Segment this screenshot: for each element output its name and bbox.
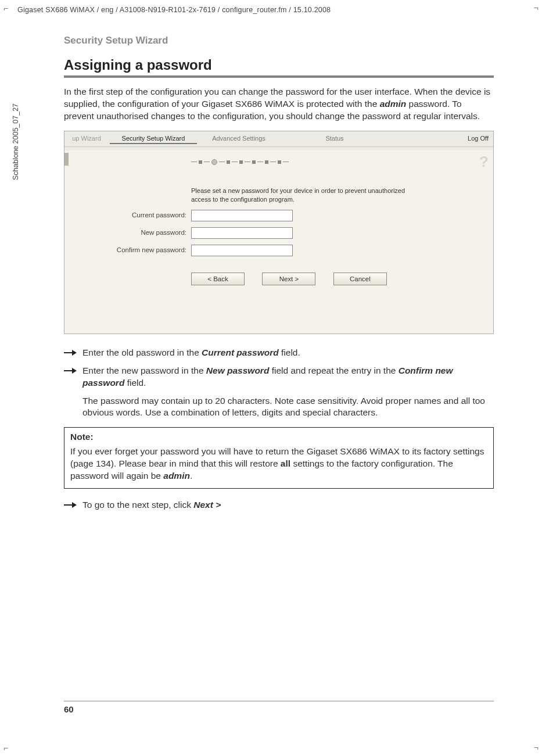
- current-password-row: Current password:: [64, 210, 493, 223]
- logoff-link[interactable]: Log Off: [468, 135, 489, 142]
- password-guidance: The password may contain up to 20 charac…: [64, 395, 494, 420]
- help-icon[interactable]: ?: [479, 153, 489, 171]
- crop-mark: ⌐: [3, 743, 8, 753]
- new-password-input[interactable]: [191, 227, 293, 239]
- crop-mark: ¬: [534, 743, 539, 753]
- step-item: Enter the new password in the New passwo…: [64, 365, 494, 389]
- confirm-password-row: Confirm new password:: [64, 245, 493, 257]
- confirm-password-label: Confirm new password:: [70, 246, 186, 253]
- arrow-icon: [64, 349, 77, 356]
- template-side-label: Schablone 2005_07_27: [12, 103, 20, 180]
- router-ui-screenshot: up Wizard Security Setup Wizard Advanced…: [64, 131, 494, 334]
- tab-advanced-settings[interactable]: Advanced Settings: [204, 135, 274, 142]
- button-row: < Back Next > Cancel: [191, 273, 402, 285]
- new-password-label: New password:: [70, 229, 186, 236]
- confirm-password-input[interactable]: [191, 245, 293, 256]
- note-bold: all: [281, 458, 290, 468]
- intro-admin-word: admin: [380, 99, 407, 109]
- tab-rule: [64, 146, 493, 147]
- next-button[interactable]: Next >: [262, 273, 315, 285]
- step-item: To go to the next step, click Next >: [64, 499, 494, 511]
- arrow-icon: [64, 367, 77, 374]
- page-title: Assigning a password: [64, 57, 494, 73]
- note-title: Note:: [70, 431, 487, 443]
- crop-mark: ⌐: [3, 3, 8, 13]
- document-header-path: Gigaset SX686 WiMAX / eng / A31008-N919-…: [17, 6, 331, 14]
- step-field-name: Current password: [202, 347, 279, 357]
- footer-rule: [64, 701, 494, 701]
- step-text: Enter the new password in the: [82, 366, 206, 375]
- side-handle-icon: [64, 153, 69, 166]
- step-item: Enter the old password in the Current pa…: [64, 347, 494, 359]
- note-box: Note: If you ever forget your password y…: [64, 427, 494, 489]
- step-button-name: Next >: [193, 500, 221, 510]
- arrow-icon: [64, 501, 77, 508]
- step-text: To go to the next step, click: [82, 500, 193, 510]
- note-admin-word: admin: [163, 471, 190, 481]
- cancel-button[interactable]: Cancel: [333, 273, 387, 285]
- current-password-input[interactable]: [191, 210, 293, 221]
- tab-security-setup-wizard[interactable]: Security Setup Wizard: [110, 135, 197, 144]
- wizard-instruction: Please set a new password for your devic…: [191, 187, 412, 204]
- page-number: 60: [64, 704, 74, 714]
- wizard-stepper: [191, 158, 289, 165]
- step-field-name: New password: [206, 366, 270, 375]
- tab-setup-wizard[interactable]: up Wizard: [69, 135, 104, 142]
- crop-mark: ¬: [534, 3, 539, 13]
- new-password-row: New password:: [64, 227, 493, 240]
- step-text: Enter the old password in the: [82, 347, 202, 357]
- step-text: field.: [124, 378, 146, 388]
- current-password-label: Current password:: [70, 212, 186, 218]
- title-rule: [64, 76, 494, 78]
- section-name: Security Setup Wizard: [64, 35, 494, 46]
- tab-bar: up Wizard Security Setup Wizard Advanced…: [64, 135, 493, 146]
- step-text: field.: [279, 347, 300, 357]
- wizard-panel: ? Please set a new password for your dev…: [64, 151, 493, 334]
- step-text: field and repeat the entry in the: [269, 366, 398, 375]
- tab-status[interactable]: Status: [314, 135, 355, 142]
- back-button[interactable]: < Back: [191, 273, 245, 285]
- note-body: If you ever forget your password you wil…: [70, 446, 487, 482]
- note-text: .: [190, 471, 192, 481]
- intro-paragraph: In the first step of the configuration y…: [64, 86, 494, 123]
